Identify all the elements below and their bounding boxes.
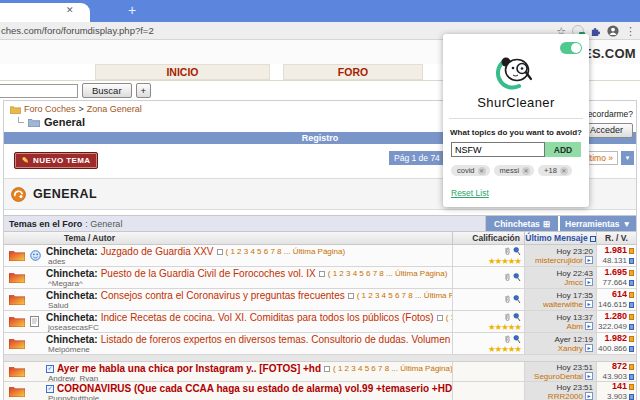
last-message-author-link[interactable]: mistercrujidor bbox=[535, 256, 583, 265]
views-count: 77.664 bbox=[603, 278, 627, 287]
check-icon: ✓ bbox=[46, 365, 54, 373]
search-more-button[interactable]: + bbox=[136, 83, 152, 98]
url-text[interactable]: ches.com/foro/forumdisplay.php?f=2 bbox=[0, 25, 154, 36]
thread-author: Andrew_Ryan bbox=[46, 374, 452, 381]
go-last-post-icon[interactable]: ▸ bbox=[585, 322, 593, 330]
page-dropdown-button[interactable]: ▼ bbox=[621, 151, 634, 165]
thread-extra-icon-cell bbox=[30, 362, 46, 381]
go-last-post-icon[interactable]: ▸ bbox=[585, 256, 593, 264]
go-last-post-icon[interactable]: ▸ bbox=[585, 372, 593, 380]
remove-tag-icon[interactable]: ✕ bbox=[522, 167, 530, 175]
herramientas-button[interactable]: Herramientas▼ bbox=[560, 216, 636, 231]
collapse-icon: ⊞ bbox=[543, 219, 550, 229]
thread-author: ^Megara^ bbox=[46, 279, 452, 288]
remove-tag-icon[interactable]: ✕ bbox=[478, 167, 486, 175]
replies-views-cell: 1.982 400.866 bbox=[596, 333, 636, 354]
smiley-icon bbox=[30, 250, 41, 261]
paperclip-icon bbox=[504, 247, 511, 256]
views-icon bbox=[629, 258, 634, 264]
remove-tag-icon[interactable]: ✕ bbox=[560, 167, 568, 175]
thread-title-link[interactable]: Consejos contra el Coronavirus y pregunt… bbox=[101, 290, 345, 301]
go-last-post-icon[interactable]: ▸ bbox=[585, 344, 593, 352]
divider bbox=[449, 118, 583, 119]
last-message-time: Hoy 23:51 bbox=[557, 383, 593, 392]
multipage-icon bbox=[437, 315, 443, 321]
topic-input[interactable] bbox=[451, 142, 545, 157]
thread-extra-icon-cell bbox=[30, 311, 46, 332]
table-row: ✓ CORONAVIRUS (Que cada CCAA haga su est… bbox=[4, 382, 636, 400]
topic-tag: +18 ✕ bbox=[538, 165, 572, 176]
thread-extra-icon-cell bbox=[30, 289, 46, 310]
paperclip-icon bbox=[504, 335, 511, 344]
breadcrumb-section-link[interactable]: Zona General bbox=[87, 104, 142, 114]
views-count: 146.615 bbox=[598, 300, 627, 309]
thread-table: Temas en el Foro: General Chinchetas⊞ He… bbox=[4, 215, 636, 400]
thread-status-cell bbox=[4, 333, 30, 354]
thread-status-cell bbox=[4, 311, 30, 332]
browser-menu-icon[interactable]: ⋮ bbox=[625, 26, 636, 37]
thread-title-link[interactable]: Puesto de la Guardia Civil de Forocoches… bbox=[101, 268, 316, 279]
reset-list-link[interactable]: Reset List bbox=[451, 188, 489, 198]
go-last-post-icon[interactable]: ▸ bbox=[585, 300, 593, 308]
sticky-prefix: Chincheta: bbox=[46, 246, 98, 257]
go-last-post-icon[interactable]: ▸ bbox=[585, 392, 593, 400]
thread-title-link[interactable]: Indice Recetas de cocina. Vol XI. Comidi… bbox=[101, 312, 434, 323]
new-tab-icon[interactable]: + bbox=[124, 2, 140, 18]
thread-title-cell: Chincheta: Indice Recetas de cocina. Vol… bbox=[46, 311, 452, 332]
column-ultimo-mensaje[interactable]: Último Mensaje bbox=[524, 232, 596, 244]
thread-title-link[interactable]: Ayer me habla una chica por Instagram y.… bbox=[57, 363, 321, 374]
last-message-author-link[interactable]: Xandry bbox=[558, 344, 583, 353]
browser-tab-strip: ✕ + bbox=[0, 0, 640, 22]
last-message-time: Hoy 22:43 bbox=[557, 269, 593, 278]
hot-folder-icon bbox=[9, 294, 25, 305]
last-message-author-link[interactable]: SeguroDental bbox=[534, 372, 583, 381]
profile-avatar-icon[interactable] bbox=[607, 25, 619, 37]
forocoches-section-icon bbox=[11, 187, 26, 202]
go-last-post-icon[interactable]: ▸ bbox=[585, 278, 593, 286]
last-message-author-link[interactable]: walterwithe bbox=[543, 300, 583, 309]
enable-toggle[interactable] bbox=[560, 42, 582, 54]
thread-title-link[interactable]: Juzgado de Guardia XXV bbox=[101, 246, 214, 257]
table-row: Chincheta: Juzgado de Guardia XXV ( 1 2 … bbox=[4, 245, 636, 267]
last-message-author-link[interactable]: RRR2000 bbox=[548, 392, 583, 400]
last-message-cell: Hoy 23:51 SeguroDental ▸ bbox=[524, 362, 596, 381]
new-thread-button[interactable]: ✎ NUEVO TEMA bbox=[14, 152, 98, 169]
replies-icon bbox=[629, 314, 634, 320]
views-count: 400.866 bbox=[598, 344, 627, 353]
thread-title-link[interactable]: CORONAVIRUS (Que cada CCAA haga su estad… bbox=[57, 383, 452, 394]
thread-pages-link[interactable]: ( 1 2 3 4 5 6 7 8 ... Última Página) bbox=[226, 246, 346, 257]
thread-author: Melpómene bbox=[46, 345, 452, 354]
views-icon bbox=[629, 302, 634, 308]
shurcleaner-mascot-icon bbox=[493, 54, 539, 90]
last-message-author-link[interactable]: Jmcc bbox=[564, 278, 583, 287]
last-message-author-link[interactable]: Abm bbox=[567, 322, 583, 331]
add-button[interactable]: ADD bbox=[545, 142, 581, 157]
chinchetas-button[interactable]: Chinchetas⊞ bbox=[486, 216, 558, 231]
browser-tab[interactable] bbox=[0, 3, 90, 22]
extensions-puzzle-icon[interactable] bbox=[590, 26, 601, 37]
sort-icon bbox=[590, 236, 596, 242]
rating-cell: ★★★★★ bbox=[452, 245, 524, 266]
thread-pages-link[interactable]: ( 1 2 3 4 5 6 7 8 ... Última Página) bbox=[328, 268, 448, 279]
tab-close-icon[interactable]: ✕ bbox=[66, 5, 74, 15]
search-input[interactable] bbox=[0, 84, 78, 98]
toggle-knob bbox=[571, 43, 581, 53]
forum-folder-icon bbox=[28, 118, 40, 127]
thread-pages-link[interactable]: ( 1 2 3 4 5 6 7 8 ... Última Página) bbox=[333, 363, 452, 374]
thread-pages-link[interactable]: ( 1 2 3 4 5 6 7 8 ... Última Página) bbox=[357, 290, 452, 301]
note-icon bbox=[30, 316, 39, 327]
multipage-icon bbox=[217, 249, 223, 255]
pin-icon bbox=[513, 247, 521, 256]
thread-title-cell: Chincheta: Juzgado de Guardia XXV ( 1 2 … bbox=[46, 245, 452, 266]
breadcrumb-root-link[interactable]: Foro Coches bbox=[24, 104, 76, 114]
forum-title: General bbox=[44, 116, 85, 128]
rating-stars: ★★★★★ bbox=[488, 345, 521, 353]
thread-title-link[interactable]: Listado de foreros expertos en diversos … bbox=[101, 334, 452, 345]
page-indicator[interactable]: Pág 1 de 74 bbox=[389, 151, 445, 165]
replies-count: 1.695 bbox=[604, 268, 627, 277]
tab-inicio[interactable]: INICIO bbox=[95, 64, 270, 80]
tab-foro[interactable]: FORO bbox=[283, 64, 423, 80]
pin-icon bbox=[513, 273, 521, 282]
rating-cell: ★★★★★ bbox=[452, 333, 524, 354]
search-button[interactable]: Buscar bbox=[82, 83, 132, 98]
